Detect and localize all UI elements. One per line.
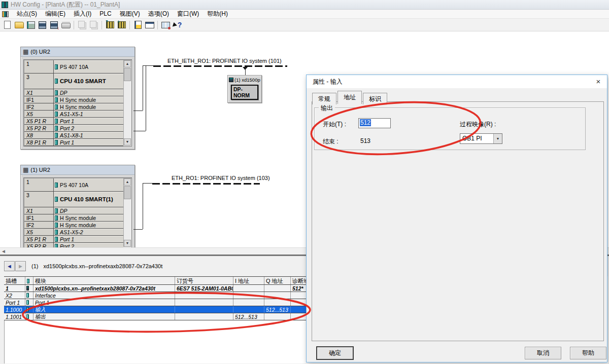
scroll-down-icon[interactable]: ▼ xyxy=(124,138,131,145)
toolbar-button[interactable] xyxy=(155,20,160,30)
PS 407 10A[interactable]: 1 PS 407 10A xyxy=(24,60,123,74)
paste-icon[interactable] xyxy=(88,20,99,30)
DP[interactable]: X1 DP xyxy=(24,207,123,214)
start-address-input[interactable]: 512 xyxy=(358,118,391,128)
menu-item[interactable]: 视图(V) xyxy=(116,9,144,18)
Port 1[interactable]: X5 P1 R Port 1 xyxy=(24,236,123,243)
cell-i-address xyxy=(233,285,264,292)
wire xyxy=(143,184,143,229)
AS1-X5-1[interactable]: X5 AS1-X5-1 xyxy=(24,111,123,118)
help-button[interactable]: 帮助 xyxy=(570,347,606,359)
print-icon[interactable] xyxy=(60,20,72,30)
table-header: 插槽 模块 订货号 I 地址 Q 地址 诊断地址 xyxy=(4,276,325,285)
help-cursor-icon[interactable] xyxy=(172,20,183,30)
copy-icon[interactable] xyxy=(76,20,88,30)
menu-item[interactable]: PLC xyxy=(95,9,115,18)
dialog-title-bar[interactable]: 属性 - 输入 × xyxy=(307,75,607,88)
selected-text: 512 xyxy=(360,119,371,126)
rack-0-window[interactable]: ▦ (0) UR2 1 PS 407 10A 3 CPU 410 SMART xyxy=(20,47,135,150)
PS 407 10A[interactable]: 1 PS 407 10A xyxy=(24,178,123,192)
open-online-station-icon[interactable] xyxy=(25,20,37,30)
scroll-up-icon[interactable]: ▲ xyxy=(124,60,131,67)
mdi-child-icon[interactable] xyxy=(2,11,9,17)
menu-item[interactable]: 窗口(W) xyxy=(173,9,203,18)
slot-number: X5 P1 R xyxy=(24,236,54,242)
save-icon[interactable] xyxy=(37,20,48,30)
process-image-dropdown[interactable]: OB1 PI ▼ xyxy=(460,133,502,144)
toolbar-button[interactable] xyxy=(99,20,104,30)
Port 1[interactable]: X8 P1 R Port 1 xyxy=(24,139,123,146)
slot-number: 1 xyxy=(24,60,54,73)
CPU 410 SMART[interactable]: 3 CPU 410 SMART xyxy=(24,74,123,89)
network-icon[interactable] xyxy=(160,20,172,30)
menu-item[interactable]: 选项(O) xyxy=(144,9,173,18)
bus-103-line[interactable] xyxy=(152,183,260,185)
module-icon xyxy=(55,112,58,117)
col-module[interactable]: 模块 xyxy=(33,277,175,284)
col-order-number[interactable]: 订货号 xyxy=(175,277,233,284)
rack-1-window[interactable]: ▦ (1) UR2 1 PS 407 10A 3 CPU 410 SMART(1… xyxy=(20,165,135,247)
menu-item[interactable]: 帮助(H) xyxy=(203,9,232,18)
dialog-tab[interactable]: 地址 xyxy=(337,91,362,104)
table-row[interactable]: 1.1000 输入 512...513 xyxy=(4,306,325,313)
toolbar-button[interactable] xyxy=(72,20,76,30)
module-name: Port 2 xyxy=(60,125,74,131)
dialog-tab[interactable]: 常规 xyxy=(312,93,336,104)
module-icon xyxy=(55,64,58,69)
catalog-icon[interactable] xyxy=(132,20,144,30)
scroll-left-icon[interactable]: ◄ xyxy=(1,248,6,254)
col-i-address[interactable]: I 地址 xyxy=(233,277,264,284)
table-row[interactable]: Port 1 Port 1 xyxy=(4,299,325,306)
scroll-down-icon[interactable]: ▼ xyxy=(124,240,131,247)
new-document-icon[interactable] xyxy=(2,20,13,30)
col-q-address[interactable]: Q 地址 xyxy=(264,277,291,284)
CPU 410 SMART(1)[interactable]: 3 CPU 410 SMART(1) xyxy=(24,192,123,207)
scroll-thumb[interactable] xyxy=(124,68,131,81)
table-row[interactable]: X2 Interface xyxy=(4,292,325,299)
save-compile-icon[interactable] xyxy=(48,20,60,30)
module-name: CPU 410 SMART(1) xyxy=(60,196,113,202)
AS1-X8-1[interactable]: X8 AS1-X8-1 xyxy=(24,132,123,139)
menu-item[interactable]: 插入(I) xyxy=(70,9,95,18)
scroll-thumb[interactable] xyxy=(124,186,131,199)
download-to-module-icon[interactable] xyxy=(104,20,116,30)
col-slot[interactable]: 插槽 xyxy=(4,277,25,284)
chevron-down-icon[interactable]: ▼ xyxy=(493,134,502,143)
toolbar-button[interactable] xyxy=(127,20,132,30)
Port 1[interactable]: X5 P1 R Port 1 xyxy=(24,118,123,125)
bus-101-line[interactable] xyxy=(153,65,287,67)
H Sync module[interactable]: IF2 H Sync module xyxy=(24,222,123,229)
module-name: H Sync module xyxy=(60,104,96,110)
scroll-up-icon[interactable]: ▲ xyxy=(124,178,131,186)
slot-number: 3 xyxy=(24,192,54,207)
bus-103-label[interactable]: ETH_RO1: PROFINET IO system (103) xyxy=(172,175,270,181)
table-row[interactable]: 1 xd1500plcxbs.xn--profinetxaxb28087-0x7… xyxy=(4,285,325,292)
cancel-button[interactable]: 取消 xyxy=(525,347,561,359)
open-station-icon[interactable] xyxy=(13,20,25,30)
H Sync module[interactable]: IF1 H Sync module xyxy=(24,96,123,103)
H Sync module[interactable]: IF1 H Sync module xyxy=(24,214,123,222)
dp-norm-badge: DP-NORM xyxy=(231,85,258,100)
menu-item[interactable]: 编辑(E) xyxy=(41,9,70,18)
module-icon xyxy=(55,126,58,131)
dialog-tab[interactable]: 标识 xyxy=(363,93,387,104)
rack-0-scrollbar[interactable]: ▲ ▼ xyxy=(123,60,131,145)
DP[interactable]: X1 DP xyxy=(24,89,123,96)
bus-101-label[interactable]: ETH_IETH_RO1: PROFINET IO system (101) xyxy=(167,58,282,64)
io-device-box[interactable]: (1) xd1500p DP-NORM xyxy=(227,75,262,103)
menu-bar: 站点(S)编辑(E)插入(I)PLC视图(V)选项(O)窗口(W)帮助(H) xyxy=(0,10,609,19)
ok-button[interactable]: 确定 xyxy=(317,347,353,359)
back-button[interactable]: ◄ xyxy=(4,261,15,271)
table-row[interactable]: 1.1001 输出 512...513 xyxy=(4,313,325,320)
AS1-X5-2[interactable]: X5 AS1-X5-2 xyxy=(24,229,123,236)
forward-button[interactable]: ► xyxy=(15,261,26,271)
Port 2[interactable]: X5 P2 R Port 2 xyxy=(24,243,123,247)
menu-item[interactable]: 站点(S) xyxy=(13,9,41,18)
rack-1-scrollbar[interactable]: ▲ ▼ xyxy=(123,178,131,247)
upload-from-module-icon[interactable] xyxy=(116,20,127,30)
col-icon[interactable] xyxy=(25,277,33,284)
close-icon[interactable]: × xyxy=(594,77,603,86)
H Sync module[interactable]: IF2 H Sync module xyxy=(24,103,123,111)
configuration-table-icon[interactable] xyxy=(144,20,155,30)
Port 2[interactable]: X5 P2 R Port 2 xyxy=(24,125,123,132)
